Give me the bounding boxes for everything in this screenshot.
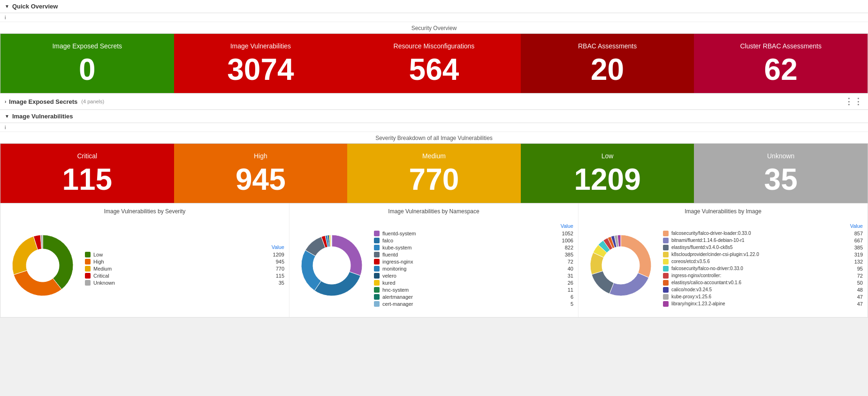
legend-label-img-6: ingress-nginx/controller: (671, 273, 857, 278)
legend-label-img-4: coreos/etcd:v3.5.6 (671, 259, 854, 264)
legend-color-critical (85, 273, 91, 279)
legend-row-fluentd: fluentd 385 (374, 252, 573, 257)
legend-value-low: 1209 (273, 252, 284, 257)
legend-value-img-3: 319 (854, 252, 863, 257)
legend-row-kured: kured 26 (374, 280, 573, 286)
legend-label-ns-8: hnc-system (382, 287, 568, 293)
legend-color-img-7 (663, 280, 669, 286)
legend-color-ns-8 (374, 287, 380, 293)
legend-row-critical: Critical 115 (85, 273, 284, 279)
legend-color-high (85, 259, 91, 264)
legend-row-medium: Medium 770 (85, 266, 284, 272)
legend-color-img-10 (663, 301, 669, 307)
legend-value-unknown: 35 (279, 280, 284, 286)
svg-point-1 (313, 247, 350, 284)
legend-row-cert-manager: cert-manager 5 (374, 301, 573, 307)
legend-label-ns-3: fluentd (382, 252, 565, 257)
legend-color-low (85, 252, 91, 257)
legend-value-img-9: 47 (857, 294, 863, 300)
chart-severity-inner: Value Low 1209 High 945 Medium 770 (5, 218, 284, 312)
legend-color-ns-0 (374, 231, 380, 236)
overview-card-vulns[interactable]: Image Vulnerabilities 3074 (174, 34, 348, 93)
legend-value-ns-6: 31 (568, 273, 573, 279)
chart-image-inner: Value falcosecurity/falco-driver-loader:… (583, 218, 863, 312)
sev-value-unknown: 35 (699, 164, 863, 194)
legend-color-ns-5 (374, 266, 380, 272)
severity-card-medium[interactable]: Medium 770 (347, 144, 521, 203)
card-value-secrets: 0 (5, 54, 169, 85)
image-exposed-secrets-panels-count: (4 panels) (81, 99, 104, 104)
legend-color-ns-1 (374, 238, 380, 243)
svg-point-0 (26, 249, 59, 282)
chart-image-value-label: Value (663, 223, 863, 229)
chart-namespace-legend: Value fluentd-system 1052 falco 1006 kub… (369, 223, 573, 308)
legend-label-ns-2: kube-system (382, 245, 565, 250)
legend-label-ns-5: monitoring (382, 266, 568, 272)
legend-row-alertmanager: alertmanager 6 (374, 294, 573, 300)
severity-card-low[interactable]: Low 1209 (521, 144, 694, 203)
legend-row-fluentd-system: fluentd-system 1052 (374, 231, 573, 236)
sev-value-critical: 115 (5, 164, 169, 194)
chart-panel-image: Image Vulnerabilities by Image Value fal… (579, 203, 868, 317)
legend-row-kube-system: kube-system 822 (374, 245, 573, 250)
legend-row-img-6: ingress-nginx/controller: 72 (663, 273, 863, 279)
legend-label-img-8: calico/node:v3.24.5 (671, 287, 857, 292)
image-exposed-secrets-dots-menu[interactable]: ⋮⋮ (845, 96, 863, 107)
chart-namespace-title: Image Vulnerabilities by Namespace (294, 208, 573, 215)
severity-grid: Critical 115 High 945 Medium 770 Low 120… (0, 143, 868, 203)
security-overview-info: i (0, 13, 868, 22)
quick-overview-title: Quick Overview (12, 3, 58, 10)
sev-value-low: 1209 (525, 164, 690, 194)
sev-value-high: 945 (179, 164, 343, 194)
legend-value-ns-2: 822 (565, 245, 573, 250)
legend-row-img-0: falcosecurity/falco-driver-loader:0.33.0… (663, 231, 863, 236)
legend-label-ns-9: alertmanager (382, 294, 571, 300)
chart-panel-namespace: Image Vulnerabilities by Namespace Value… (289, 203, 579, 317)
chart-severity-donut (5, 218, 80, 312)
legend-value-img-7: 50 (857, 280, 863, 286)
legend-color-ns-4 (374, 259, 380, 264)
card-value-cluster-rbac: 62 (699, 54, 863, 85)
legend-label-ns-0: fluentd-system (382, 231, 562, 236)
security-overview-grid: Image Exposed Secrets 0 Image Vulnerabil… (0, 33, 868, 93)
image-exposed-secrets-header[interactable]: › Image Exposed Secrets (4 panels) ⋮⋮ (0, 93, 868, 110)
legend-row-ingress-nginx: ingress-nginx 72 (374, 259, 573, 264)
overview-card-rbac[interactable]: RBAC Assessments 20 (521, 34, 694, 93)
legend-value-critical: 115 (276, 273, 284, 279)
legend-value-img-0: 857 (854, 231, 863, 236)
legend-row-img-2: elastisys/fluentd:v3.4.0-ck8s5 385 (663, 245, 863, 250)
overview-card-cluster-rbac[interactable]: Cluster RBAC Assessments 62 (694, 34, 868, 93)
legend-value-img-1: 667 (854, 238, 863, 243)
quick-overview-arrow: ▼ (5, 4, 9, 9)
legend-color-img-2 (663, 245, 669, 250)
card-label-rbac: RBAC Assessments (525, 42, 690, 50)
legend-value-ns-4: 72 (568, 259, 573, 264)
legend-label-low: Low (93, 252, 273, 257)
card-label-secrets: Image Exposed Secrets (5, 42, 169, 50)
overview-card-misconfig[interactable]: Resource Misconfigurations 564 (347, 34, 521, 93)
legend-color-ns-7 (374, 280, 380, 286)
legend-label-img-5: falcosecurity/falco-no-driver:0.33.0 (671, 266, 857, 271)
legend-row-high: High 945 (85, 259, 284, 264)
overview-card-secrets[interactable]: Image Exposed Secrets 0 (0, 34, 174, 93)
severity-card-unknown[interactable]: Unknown 35 (694, 144, 868, 203)
legend-row-falco: falco 1006 (374, 238, 573, 243)
legend-value-medium: 770 (276, 266, 284, 272)
legend-color-ns-10 (374, 301, 380, 307)
legend-value-ns-3: 385 (565, 252, 573, 257)
legend-color-medium (85, 266, 91, 272)
chart-severity-title: Image Vulnerabilities by Severity (5, 208, 284, 215)
security-overview-title: Security Overview (0, 22, 868, 33)
legend-label-ns-6: velero (382, 273, 568, 279)
card-value-misconfig: 564 (352, 54, 516, 85)
severity-card-high[interactable]: High 945 (174, 144, 348, 203)
legend-row-low: Low 1209 (85, 252, 284, 257)
legend-value-ns-5: 40 (568, 266, 573, 272)
image-vulnerabilities-header[interactable]: ▼ Image Vulnerabilities (0, 110, 868, 123)
severity-card-critical[interactable]: Critical 115 (0, 144, 174, 203)
quick-overview-header[interactable]: ▼ Quick Overview (0, 0, 868, 13)
chart-severity-value-label: Value (85, 244, 284, 250)
legend-label-ns-7: kured (382, 280, 568, 286)
chart-namespace-donut (294, 218, 369, 312)
legend-label-img-9: kube-proxy:v1.25.6 (671, 294, 857, 299)
